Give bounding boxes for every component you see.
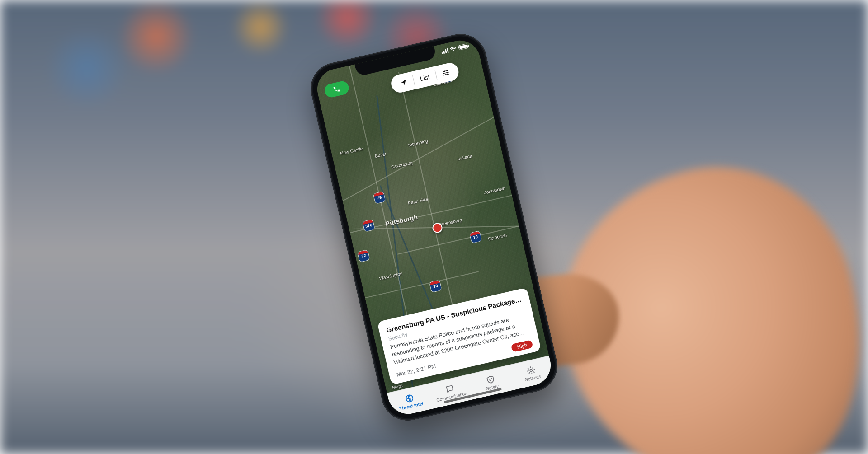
globe-alert-icon (404, 393, 415, 403)
city-label-penn-hills: Penn Hills (407, 196, 428, 206)
phone-icon (332, 84, 341, 93)
city-label-johnstown: Johnstown (484, 185, 506, 195)
highway-shield-22: 22 (358, 250, 369, 262)
svg-point-14 (530, 369, 533, 371)
city-label-new-castle: New Castle (340, 146, 363, 156)
svg-rect-6 (468, 44, 469, 47)
severity-badge: High (511, 339, 533, 352)
road (397, 225, 519, 254)
shield-check-icon (485, 374, 496, 385)
city-label-indiana: Indiana (457, 153, 472, 161)
svg-rect-2 (445, 49, 447, 53)
list-button-label: List (419, 73, 430, 82)
city-label-somerset: Somerset (487, 232, 507, 241)
svg-point-10 (443, 70, 445, 72)
location-arrow-icon (399, 78, 408, 87)
highway-shield-376: 376 (363, 220, 374, 231)
tab-label: Settings (524, 373, 542, 382)
wifi-icon (449, 46, 457, 52)
svg-rect-1 (443, 50, 445, 53)
signal-icon (441, 47, 449, 54)
road (338, 114, 499, 203)
highway-shield-70: 70 (470, 231, 481, 243)
svg-rect-0 (441, 52, 443, 54)
battery-icon (458, 42, 470, 50)
highway-shield-70: 70 (430, 280, 442, 292)
svg-rect-3 (447, 47, 449, 52)
chat-icon (444, 383, 455, 394)
city-label-pittsburgh: Pittsburgh (385, 213, 419, 227)
svg-point-12 (445, 74, 447, 75)
highway-shield-79: 79 (373, 192, 385, 203)
filter-icon (442, 68, 450, 77)
city-label-kittanning: Kittanning (408, 138, 429, 147)
svg-point-11 (446, 71, 448, 73)
settings-gear-icon (526, 365, 537, 375)
